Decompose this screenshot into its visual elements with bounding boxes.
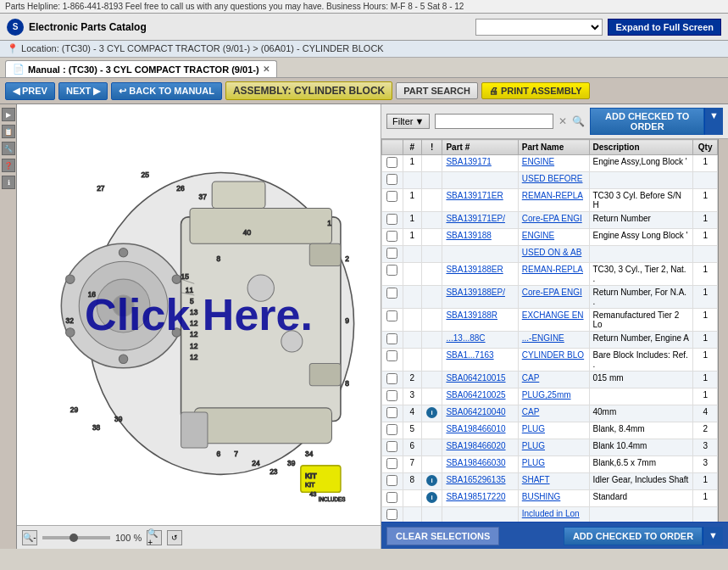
filter-button[interactable]: Filter ▼ [386, 114, 430, 129]
part-name-link[interactable]: PLUG [522, 458, 545, 467]
part-number-link[interactable]: SBA139171 [446, 157, 491, 166]
part-number-link[interactable]: SBA198466010 [446, 424, 505, 433]
row-part-name: REMAN-REPLA [518, 263, 589, 286]
filter-search-icon[interactable]: 🔍 [572, 115, 585, 127]
part-name-link[interactable]: SHAFT [522, 475, 550, 484]
add-order-bottom-dropdown-arrow[interactable]: ▼ [703, 527, 723, 545]
tab-bar: 📄 Manual : (TC30) - 3 CYL COMPACT TRACTO… [0, 58, 728, 78]
row-checkbox[interactable] [386, 214, 397, 225]
tab-manual[interactable]: 📄 Manual : (TC30) - 3 CYL COMPACT TRACTO… [5, 60, 277, 77]
row-checkbox[interactable] [386, 174, 397, 185]
part-name-link[interactable]: Included in Lon [522, 509, 580, 518]
prev-button[interactable]: ◀ PREV [5, 82, 55, 100]
sidebar-icon-1[interactable]: ▶ [2, 108, 15, 121]
row-checkbox[interactable] [386, 475, 397, 486]
assembly-button[interactable]: ASSEMBLY: CYLINDER BLOCK [225, 81, 392, 100]
zoom-thumb[interactable] [69, 534, 78, 542]
part-number-link[interactable]: SBA064210015 [446, 373, 505, 383]
part-name-link[interactable]: ...-ENGINE [522, 333, 564, 343]
row-checkbox[interactable] [386, 288, 397, 299]
next-button[interactable]: NEXT ▶ [58, 82, 108, 100]
row-checkbox[interactable] [386, 333, 397, 344]
part-number-link[interactable]: SBA139188 [446, 231, 491, 240]
row-checkbox[interactable] [386, 509, 397, 520]
row-checkbox[interactable] [386, 458, 397, 469]
part-name-link[interactable]: USED BEFORE [522, 174, 583, 183]
svg-text:39: 39 [287, 459, 296, 467]
part-number-link[interactable]: ...13...88C [446, 333, 485, 343]
part-number-link[interactable]: SBA139188EP/ [446, 288, 505, 297]
sidebar-icon-5[interactable]: ℹ [2, 176, 15, 189]
part-name-link[interactable]: USED ON & AB [522, 248, 582, 257]
zoom-out-button[interactable]: 🔍- [22, 530, 37, 545]
table-scrollbar[interactable] [718, 139, 728, 522]
part-name-link[interactable]: CYLINDER BLO [522, 350, 584, 360]
row-checkbox[interactable] [386, 390, 397, 401]
info-icon[interactable]: i [426, 407, 437, 418]
tab-close-icon[interactable]: ✕ [263, 64, 270, 74]
part-name-link[interactable]: Core-EPA ENGI [522, 288, 582, 297]
add-checked-to-order-bottom-button[interactable]: ADD CHECKED TO ORDER [564, 527, 703, 545]
row-checkbox[interactable] [386, 265, 397, 276]
part-number-link[interactable]: SBA064210025 [446, 390, 505, 400]
row-checkbox[interactable] [386, 492, 397, 503]
back-to-manual-button[interactable]: ↩ BACK TO MANUAL [111, 82, 222, 100]
part-number-link[interactable]: SBA139188R [446, 310, 497, 320]
part-search-button[interactable]: PART SEARCH [396, 82, 478, 99]
part-number-link[interactable]: SBA198466030 [446, 458, 505, 467]
sidebar-icon-2[interactable]: 📋 [2, 125, 15, 138]
zoom-in-button[interactable]: 🔍+ [147, 530, 162, 545]
part-name-link[interactable]: BUSHING [522, 492, 561, 501]
add-to-order-label: ADD CHECKED TO ORDER [597, 111, 697, 131]
parts-table-container[interactable]: # ! Part # Part Name Description Qty 1SB… [381, 139, 718, 522]
part-number-link[interactable]: SBA198466020 [446, 441, 505, 450]
clear-selections-button[interactable]: CLEAR SELECTIONS [386, 527, 499, 545]
row-checkbox[interactable] [386, 441, 397, 452]
part-number-link[interactable]: SBA139188ER [446, 265, 503, 274]
row-checkbox[interactable] [386, 310, 397, 321]
row-checkbox[interactable] [386, 231, 397, 242]
row-checkbox[interactable] [386, 373, 397, 384]
print-assembly-button[interactable]: 🖨 PRINT ASSEMBLY [481, 82, 590, 99]
part-name-link[interactable]: Core-EPA ENGI [522, 214, 582, 223]
part-number-link[interactable]: SBA1...7163 [446, 350, 493, 360]
part-name-link[interactable]: PLUG,25mm [522, 390, 571, 400]
part-name-link[interactable]: PLUG [522, 424, 545, 433]
row-checkbox[interactable] [386, 424, 397, 435]
part-name-link[interactable]: REMAN-REPLA [522, 191, 583, 200]
part-search-label: PART SEARCH [403, 86, 470, 96]
zoom-reset-button[interactable]: ↺ [167, 530, 182, 545]
part-number-link[interactable]: SBA064210040 [446, 407, 505, 416]
part-name-link[interactable]: PLUG [522, 441, 545, 450]
sidebar-icon-3[interactable]: 🔧 [2, 142, 15, 155]
row-checkbox[interactable] [386, 350, 397, 361]
part-name-link[interactable]: CAP [522, 373, 540, 383]
row-description: Return Number, For N.A. . [589, 286, 693, 309]
diagram-canvas[interactable]: 27 26 25 37 1 2 15 11 5 13 12 12 12 12 8… [17, 104, 381, 525]
part-name-link[interactable]: ENGINE [522, 231, 554, 240]
part-name-link[interactable]: ENGINE [522, 157, 554, 166]
row-checkbox[interactable] [386, 248, 397, 259]
row-checkbox[interactable] [386, 407, 397, 418]
filter-clear-icon[interactable]: ✕ [559, 115, 567, 127]
row-checkbox[interactable] [386, 191, 397, 202]
part-name-link[interactable]: CAP [522, 407, 540, 416]
app-header-left: S Electronic Parts Catalog [7, 19, 147, 36]
zoom-slider[interactable] [42, 536, 110, 539]
sidebar-icon-4[interactable]: ❓ [2, 159, 15, 172]
row-description: Standard [589, 490, 693, 507]
info-icon[interactable]: i [426, 475, 437, 486]
part-name-link[interactable]: REMAN-REPLA [522, 265, 583, 274]
part-name-link[interactable]: EXCHANGE EN [522, 310, 584, 320]
add-checked-to-order-button[interactable]: ADD CHECKED TO ORDER [590, 108, 704, 135]
part-number-link[interactable]: SBA139171EP/ [446, 214, 505, 223]
expand-full-screen-button[interactable]: Expand to Full Screen [608, 19, 721, 36]
row-checkbox[interactable] [386, 157, 397, 168]
part-number-link[interactable]: SBA139171ER [446, 191, 503, 200]
part-number-link[interactable]: SBA165296135 [446, 475, 505, 484]
filter-input[interactable] [435, 114, 553, 129]
info-icon[interactable]: i [426, 492, 437, 503]
part-number-link[interactable]: SBA198517220 [446, 492, 505, 501]
add-to-order-dropdown-arrow[interactable]: ▼ [704, 108, 723, 135]
page-layout-select[interactable] [475, 19, 603, 36]
